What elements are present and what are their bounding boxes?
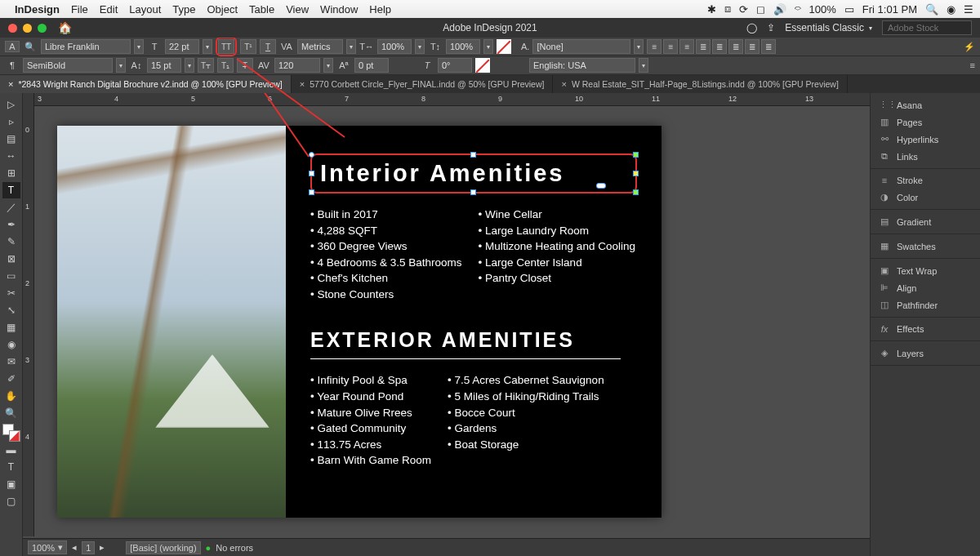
baseline-field[interactable] (354, 58, 389, 73)
panel-text-wrap[interactable]: ▣Text Wrap (871, 262, 980, 279)
language-field[interactable] (529, 58, 635, 73)
preflight-status[interactable]: No errors (216, 543, 253, 553)
justify-left-button[interactable]: ≣ (712, 39, 727, 54)
paragraph-formatting-icon[interactable]: ¶ (5, 60, 20, 70)
direct-selection-tool[interactable]: ▹ (2, 113, 20, 130)
font-family-dropdown[interactable]: ▾ (134, 39, 144, 54)
horiz-scale-field[interactable] (377, 39, 412, 54)
font-style-field[interactable] (23, 58, 113, 73)
menu-help[interactable]: Help (369, 3, 391, 16)
tab-close-icon[interactable]: × (561, 79, 566, 89)
font-size-dropdown[interactable]: ▾ (203, 39, 212, 54)
gap-tool[interactable]: ↔ (2, 148, 20, 164)
pencil-tool[interactable]: ✎ (2, 234, 20, 250)
panel-gradient[interactable]: ▤Gradient (871, 213, 980, 230)
evernote-icon[interactable]: ✱ (707, 3, 716, 16)
align-right-button[interactable]: ≡ (679, 39, 694, 54)
small-caps-button[interactable]: Tᴛ (198, 58, 214, 73)
control-center-icon[interactable]: ☰ (964, 3, 973, 16)
tab-doc-1[interactable]: ×*2843 Wright Ranch Digital Brochure v2.… (0, 75, 292, 93)
vert-scale-dropdown[interactable]: ▾ (483, 39, 493, 54)
underline-button[interactable]: T (260, 39, 276, 54)
window-zoom-button[interactable] (38, 24, 47, 33)
dropbox-icon[interactable]: ⧈ (724, 2, 731, 16)
window-close-button[interactable] (8, 24, 17, 33)
search-input[interactable] (882, 20, 972, 35)
fill-swatch[interactable] (497, 39, 511, 54)
panel-stroke[interactable]: ≡Stroke (871, 172, 980, 189)
justify-center-button[interactable]: ≣ (728, 39, 743, 54)
quick-apply-icon[interactable]: ⚡ (964, 42, 975, 52)
battery-icon[interactable]: ▭ (844, 3, 854, 16)
tab-doc-3[interactable]: ×W Real Estate_SIT_Half-Page_8Listings.i… (553, 75, 847, 93)
tips-icon[interactable]: ◯ (746, 22, 757, 33)
gradient-swatch-tool[interactable]: ▦ (2, 319, 20, 336)
type-tool[interactable]: T (2, 182, 20, 198)
free-transform-tool[interactable]: ⤡ (2, 302, 20, 318)
search-icon[interactable]: 🔍 (23, 42, 38, 52)
selection-tool[interactable]: ▷ (2, 96, 20, 113)
zoom-level[interactable]: 100% ▾ (28, 540, 67, 554)
view-mode-normal[interactable]: ▣ (2, 476, 20, 492)
justify-right-button[interactable]: ≣ (745, 39, 760, 54)
tracking-field[interactable] (274, 58, 320, 73)
content-collector-tool[interactable]: ⊞ (2, 165, 20, 181)
sync-icon[interactable]: ⟳ (739, 3, 748, 16)
selected-text-frame[interactable]: Interior Amenities (310, 153, 637, 193)
app-menu[interactable]: InDesign (15, 3, 60, 16)
horizontal-ruler[interactable]: 3 4 5 6 7 8 9 10 11 12 13 (34, 93, 870, 106)
all-caps-button[interactable]: TT (218, 39, 234, 54)
volume-icon[interactable]: 🔊 (773, 3, 786, 16)
align-center-button[interactable]: ≡ (663, 39, 678, 54)
tab-close-icon[interactable]: × (8, 79, 13, 89)
clock[interactable]: Fri 1:01 PM (862, 3, 917, 16)
window-minimize-button[interactable] (23, 24, 32, 33)
vertical-ruler[interactable]: 0 1 2 3 4 (23, 93, 34, 536)
kerning-field[interactable] (297, 39, 343, 54)
rectangle-frame-tool[interactable]: ⊠ (2, 251, 20, 267)
hand-tool[interactable]: ✋ (2, 388, 20, 404)
preflight-profile[interactable]: [Basic] (working) (126, 541, 200, 554)
wifi-icon[interactable]: ⌔ (795, 3, 801, 16)
skew-field[interactable] (438, 58, 472, 73)
font-style-dropdown[interactable]: ▾ (116, 58, 126, 73)
pen-tool[interactable]: ✒ (2, 216, 20, 233)
heading-interior[interactable]: Interior Amenities (320, 160, 627, 187)
panel-layers[interactable]: ◈Layers (871, 345, 980, 362)
align-left-button[interactable]: ≡ (647, 39, 662, 54)
page-prev-button[interactable]: ◂ (72, 542, 77, 553)
panel-effects[interactable]: fxEffects (871, 321, 980, 337)
gradient-feather-tool[interactable]: ◉ (2, 336, 20, 353)
panel-menu-icon[interactable]: ≡ (970, 60, 975, 70)
tab-doc-2[interactable]: ×5770 Corbett Circle_Flyer_FINAL.indd @ … (292, 75, 554, 93)
menu-type[interactable]: Type (172, 3, 195, 16)
workspace-switcher[interactable]: Essentials Classic▾ (785, 22, 872, 33)
zoom-tool[interactable]: 🔍 (2, 405, 20, 421)
scissors-tool[interactable]: ✂ (2, 285, 20, 301)
spotlight-icon[interactable]: 🔍 (925, 3, 938, 16)
view-mode-preview[interactable]: ▢ (2, 493, 20, 509)
page-tool[interactable]: ▤ (2, 131, 20, 147)
leading-dropdown[interactable]: ▾ (185, 58, 194, 73)
font-size-field[interactable] (165, 39, 199, 54)
page-next-button[interactable]: ▸ (100, 542, 105, 553)
panel-hyperlinks[interactable]: ⚯Hyperlinks (871, 131, 980, 148)
char-style-dropdown[interactable]: ▾ (634, 39, 644, 54)
tracking-dropdown[interactable]: ▾ (323, 58, 333, 73)
siri-icon[interactable]: ◉ (947, 3, 956, 16)
justify-all-button[interactable]: ≣ (761, 39, 776, 54)
panel-align[interactable]: ⊫Align (871, 279, 980, 296)
overset-indicator[interactable] (596, 183, 606, 189)
stroke-swatch[interactable] (475, 58, 490, 73)
character-formatting-icon[interactable]: A (5, 41, 20, 52)
rectangle-tool[interactable]: ▭ (2, 268, 20, 284)
menu-table[interactable]: Table (249, 3, 274, 16)
canvas[interactable]: 3 4 5 6 7 8 9 10 11 12 13 0 1 2 3 4 Inte… (23, 93, 870, 556)
vert-scale-field[interactable] (446, 39, 480, 54)
page-field[interactable]: 1 (82, 541, 95, 554)
home-icon[interactable]: 🏠 (58, 21, 72, 34)
placed-image[interactable] (57, 126, 286, 518)
menu-window[interactable]: Window (320, 3, 358, 16)
panel-asana[interactable]: ⋮⋮Asana (871, 96, 980, 113)
menu-file[interactable]: File (71, 3, 88, 16)
